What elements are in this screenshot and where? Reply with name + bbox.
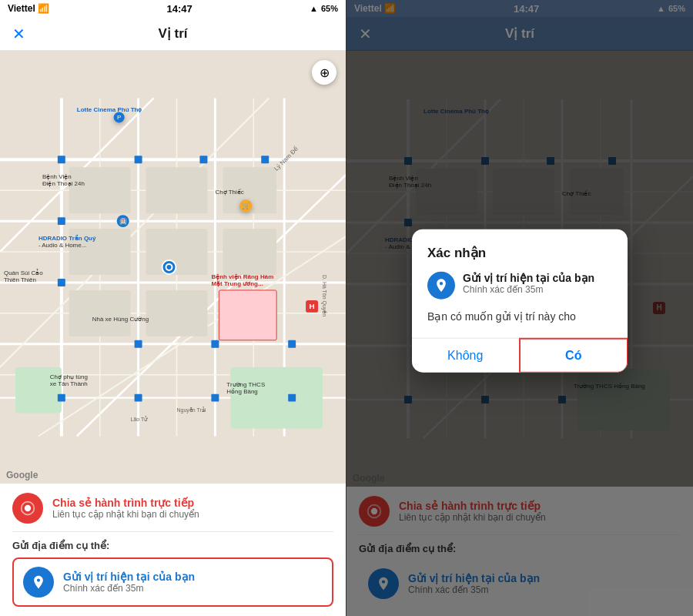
svg-text:🛒: 🛒 bbox=[242, 201, 251, 210]
svg-rect-42 bbox=[135, 394, 142, 402]
svg-rect-39 bbox=[211, 340, 219, 348]
svg-text:Mặt Trung ương...: Mặt Trung ương... bbox=[211, 280, 263, 287]
svg-rect-24 bbox=[146, 167, 208, 213]
svg-text:Bệnh Viện: Bệnh Viện bbox=[42, 173, 72, 180]
time-left: 14:47 bbox=[166, 3, 192, 15]
svg-rect-44 bbox=[288, 394, 296, 402]
svg-rect-29 bbox=[69, 290, 131, 336]
map-left[interactable]: P 🛒 H 🏥 Lotte Cinema Phú Thọ Bệnh Viện Đ… bbox=[0, 51, 346, 484]
dialog-message: Bạn có muốn gửi vị trí này cho bbox=[427, 310, 612, 323]
dialog-buttons: Không Có bbox=[412, 339, 628, 373]
svg-text:Lotte Cinema Phú Thọ: Lotte Cinema Phú Thọ bbox=[77, 106, 142, 113]
left-panel: Viettel 📶 14:47 ▲ 65% ✕ Vị trí bbox=[0, 0, 346, 616]
svg-rect-32 bbox=[58, 156, 65, 163]
dialog-title: Xác nhận bbox=[427, 245, 612, 261]
carrier-left: Viettel 📶 bbox=[8, 3, 49, 14]
svg-rect-21 bbox=[230, 367, 323, 429]
svg-rect-33 bbox=[135, 156, 142, 163]
svg-rect-36 bbox=[58, 217, 65, 225]
svg-text:Thiên Thiên: Thiên Thiên bbox=[4, 276, 36, 283]
signal-icon: ▲ bbox=[310, 4, 318, 13]
svg-point-75 bbox=[25, 505, 31, 511]
google-logo: Google bbox=[6, 470, 38, 480]
battery-icon-left: 65% bbox=[321, 4, 338, 13]
svg-text:HDRADIO Trần Quý: HDRADIO Trần Quý bbox=[38, 234, 96, 242]
share-live-text-left: Chia sẻ hành trình trực tiếp Liên tục cậ… bbox=[52, 497, 199, 520]
svg-rect-38 bbox=[135, 340, 142, 348]
svg-text:P: P bbox=[117, 114, 121, 121]
svg-rect-43 bbox=[211, 394, 219, 402]
cancel-button[interactable]: Không bbox=[412, 339, 520, 373]
section-label-left: Gửi địa điểm cụ thể: bbox=[12, 540, 333, 551]
svg-text:Quán Súi Cảo: Quán Súi Cảo bbox=[4, 269, 43, 276]
svg-text:Bệnh viện Răng Hàm: Bệnh viện Răng Hàm bbox=[211, 273, 273, 280]
dialog-location-icon bbox=[427, 272, 455, 300]
svg-rect-26 bbox=[146, 229, 208, 275]
svg-rect-34 bbox=[199, 156, 207, 163]
svg-rect-23 bbox=[69, 167, 131, 213]
status-icons-left: ▲ 65% bbox=[310, 4, 338, 13]
compass-icon: ⊕ bbox=[320, 65, 330, 80]
dialog-location-text: Gửi vị trí hiện tại của bạn Chính xác đế… bbox=[463, 272, 594, 295]
svg-text:🏥: 🏥 bbox=[119, 217, 127, 225]
svg-rect-35 bbox=[261, 156, 269, 163]
location-icon-left bbox=[23, 567, 54, 598]
svg-point-51 bbox=[167, 265, 172, 270]
svg-text:Điện Thoại 24h: Điện Thoại 24h bbox=[42, 180, 85, 187]
svg-rect-28 bbox=[223, 229, 276, 275]
svg-text:Nguyễn Trải: Nguyễn Trải bbox=[176, 407, 206, 413]
svg-rect-30 bbox=[146, 290, 208, 336]
location-text-left: Gửi vị trí hiện tại của bạn Chính xác đế… bbox=[63, 571, 195, 594]
header-title-left: Vị trí bbox=[158, 25, 187, 42]
svg-rect-40 bbox=[288, 340, 296, 348]
app-header-left: ✕ Vị trí bbox=[0, 17, 346, 51]
svg-rect-31 bbox=[219, 290, 276, 340]
compass-button[interactable]: ⊕ bbox=[312, 60, 336, 85]
svg-text:Trường THCS: Trường THCS bbox=[226, 381, 265, 388]
svg-text:D. Hà Tôn Quyền: D. Hà Tôn Quyền bbox=[321, 275, 327, 316]
share-live-left[interactable]: Chia sẻ hành trình trực tiếp Liên tục cậ… bbox=[12, 493, 333, 532]
svg-text:Hồng Bàng: Hồng Bàng bbox=[226, 388, 257, 395]
confirm-button[interactable]: Có bbox=[519, 338, 628, 373]
status-bar-left: Viettel 📶 14:47 ▲ 65% bbox=[0, 0, 346, 17]
svg-text:Lão Tử: Lão Tử bbox=[131, 416, 149, 422]
dialog-location-row: Gửi vị trí hiện tại của bạn Chính xác đế… bbox=[427, 272, 612, 300]
svg-rect-41 bbox=[58, 394, 65, 402]
svg-text:Nhà xe Hùng Cường: Nhà xe Hùng Cường bbox=[92, 316, 149, 323]
svg-text:Chợ Thiếc: Chợ Thiếc bbox=[215, 189, 243, 196]
close-button-left[interactable]: ✕ bbox=[12, 25, 25, 43]
svg-rect-37 bbox=[58, 279, 65, 286]
confirmation-dialog: Xác nhận Gửi vị trí hiện tại của bạn Chí… bbox=[412, 229, 628, 373]
right-panel: Viettel 📶 14:47 ▲ 65% ✕ Vị trí bbox=[346, 0, 693, 616]
share-live-icon-left bbox=[12, 493, 43, 524]
bottom-panel-left: Chia sẻ hành trình trực tiếp Liên tục cậ… bbox=[0, 484, 346, 616]
svg-text:H: H bbox=[309, 302, 314, 310]
svg-text:xe Tân Thành: xe Tân Thành bbox=[50, 380, 88, 387]
wifi-icon: 📶 bbox=[38, 3, 49, 14]
location-item-current-left[interactable]: Gửi vị trí hiện tại của bạn Chính xác đế… bbox=[12, 557, 333, 607]
dialog-body: Xác nhận Gửi vị trí hiện tại của bạn Chí… bbox=[412, 229, 628, 338]
svg-text:- Audio & Home...: - Audio & Home... bbox=[38, 242, 86, 249]
svg-text:Chợ phụ tùng: Chợ phụ tùng bbox=[50, 373, 88, 380]
